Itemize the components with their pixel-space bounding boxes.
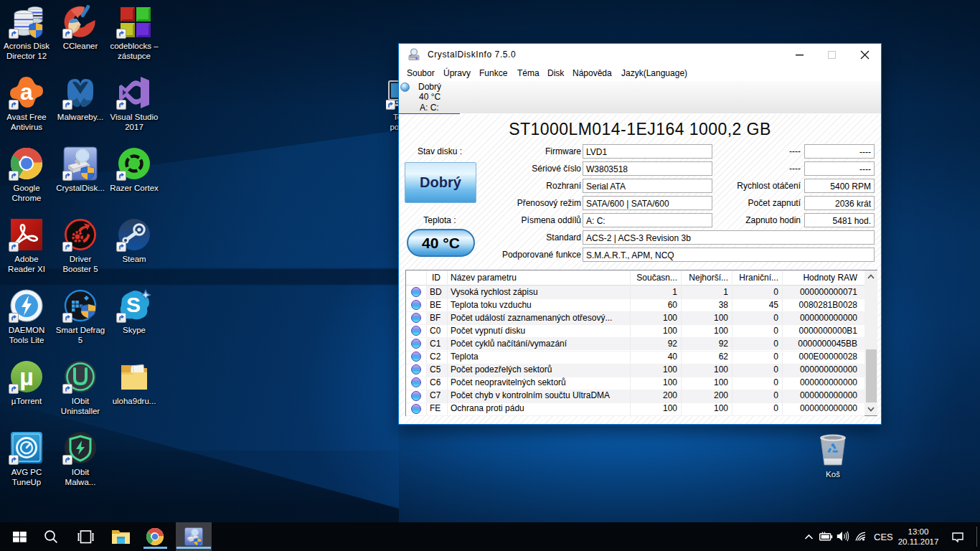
svg-text:S: S xyxy=(126,293,141,316)
svg-text:µ: µ xyxy=(19,363,34,390)
svg-text:a: a xyxy=(20,79,33,105)
